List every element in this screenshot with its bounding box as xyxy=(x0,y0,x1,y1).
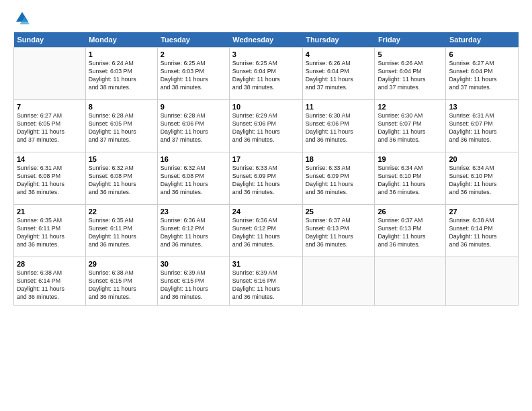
day-info: Sunrise: 6:35 AM Sunset: 6:11 PM Dayligh… xyxy=(17,217,83,249)
week-row-1: 7Sunrise: 6:27 AM Sunset: 6:05 PM Daylig… xyxy=(14,100,519,152)
day-number: 10 xyxy=(232,102,300,111)
header-monday: Monday xyxy=(85,32,157,48)
logo xyxy=(13,12,30,26)
day-info: Sunrise: 6:30 AM Sunset: 6:06 PM Dayligh… xyxy=(306,112,372,144)
week-row-2: 14Sunrise: 6:31 AM Sunset: 6:08 PM Dayli… xyxy=(14,152,519,205)
day-info: Sunrise: 6:24 AM Sunset: 6:03 PM Dayligh… xyxy=(89,60,154,92)
day-number: 20 xyxy=(449,154,515,164)
week-row-3: 21Sunrise: 6:35 AM Sunset: 6:11 PM Dayli… xyxy=(14,205,519,257)
calendar-cell: 30Sunrise: 6:39 AM Sunset: 6:15 PM Dayli… xyxy=(157,257,229,306)
day-info: Sunrise: 6:38 AM Sunset: 6:14 PM Dayligh… xyxy=(449,217,515,249)
day-number: 5 xyxy=(378,50,443,59)
calendar-cell xyxy=(302,257,375,306)
header-wednesday: Wednesday xyxy=(229,32,302,48)
day-number: 9 xyxy=(161,102,226,111)
calendar-page: SundayMondayTuesdayWednesdayThursdayFrid… xyxy=(0,0,532,411)
day-info: Sunrise: 6:32 AM Sunset: 6:08 PM Dayligh… xyxy=(161,165,226,197)
calendar-cell: 29Sunrise: 6:38 AM Sunset: 6:15 PM Dayli… xyxy=(85,257,157,306)
day-number: 17 xyxy=(232,154,300,164)
day-info: Sunrise: 6:25 AM Sunset: 6:04 PM Dayligh… xyxy=(232,60,300,92)
calendar-cell xyxy=(375,257,446,306)
day-number: 11 xyxy=(306,102,372,111)
day-info: Sunrise: 6:37 AM Sunset: 6:13 PM Dayligh… xyxy=(378,217,443,249)
day-info: Sunrise: 6:35 AM Sunset: 6:11 PM Dayligh… xyxy=(89,217,154,249)
day-info: Sunrise: 6:38 AM Sunset: 6:15 PM Dayligh… xyxy=(89,269,154,302)
day-info: Sunrise: 6:31 AM Sunset: 6:07 PM Dayligh… xyxy=(449,112,515,144)
day-info: Sunrise: 6:39 AM Sunset: 6:15 PM Dayligh… xyxy=(161,269,226,302)
calendar-cell: 17Sunrise: 6:33 AM Sunset: 6:09 PM Dayli… xyxy=(229,152,302,205)
day-info: Sunrise: 6:34 AM Sunset: 6:10 PM Dayligh… xyxy=(378,165,443,197)
calendar-cell: 19Sunrise: 6:34 AM Sunset: 6:10 PM Dayli… xyxy=(375,152,446,205)
calendar-cell: 20Sunrise: 6:34 AM Sunset: 6:10 PM Dayli… xyxy=(446,152,519,205)
header-saturday: Saturday xyxy=(446,32,519,48)
day-number: 25 xyxy=(306,207,372,216)
week-row-0: 1Sunrise: 6:24 AM Sunset: 6:03 PM Daylig… xyxy=(14,48,519,100)
calendar-cell: 24Sunrise: 6:36 AM Sunset: 6:12 PM Dayli… xyxy=(229,205,302,257)
day-info: Sunrise: 6:29 AM Sunset: 6:06 PM Dayligh… xyxy=(232,112,300,144)
calendar-cell: 27Sunrise: 6:38 AM Sunset: 6:14 PM Dayli… xyxy=(446,205,519,257)
calendar-cell: 12Sunrise: 6:30 AM Sunset: 6:07 PM Dayli… xyxy=(375,100,446,152)
day-number: 8 xyxy=(89,102,154,111)
day-info: Sunrise: 6:28 AM Sunset: 6:06 PM Dayligh… xyxy=(161,112,226,144)
day-number: 21 xyxy=(17,207,83,216)
calendar-table: SundayMondayTuesdayWednesdayThursdayFrid… xyxy=(13,32,519,306)
calendar-cell: 25Sunrise: 6:37 AM Sunset: 6:13 PM Dayli… xyxy=(302,205,375,257)
calendar-cell: 8Sunrise: 6:28 AM Sunset: 6:05 PM Daylig… xyxy=(85,100,157,152)
calendar-cell: 11Sunrise: 6:30 AM Sunset: 6:06 PM Dayli… xyxy=(302,100,375,152)
calendar-cell: 18Sunrise: 6:33 AM Sunset: 6:09 PM Dayli… xyxy=(302,152,375,205)
calendar-cell xyxy=(446,257,519,306)
header-row: SundayMondayTuesdayWednesdayThursdayFrid… xyxy=(14,32,519,48)
calendar-cell: 21Sunrise: 6:35 AM Sunset: 6:11 PM Dayli… xyxy=(14,205,86,257)
day-number: 18 xyxy=(306,154,372,164)
day-info: Sunrise: 6:39 AM Sunset: 6:16 PM Dayligh… xyxy=(232,269,300,302)
header-tuesday: Tuesday xyxy=(157,32,229,48)
day-info: Sunrise: 6:27 AM Sunset: 6:05 PM Dayligh… xyxy=(17,112,83,144)
header xyxy=(13,12,519,26)
day-number: 23 xyxy=(161,207,226,216)
week-row-4: 28Sunrise: 6:38 AM Sunset: 6:14 PM Dayli… xyxy=(14,257,519,306)
day-number: 27 xyxy=(449,207,515,216)
calendar-cell: 5Sunrise: 6:26 AM Sunset: 6:04 PM Daylig… xyxy=(375,48,446,100)
day-number: 3 xyxy=(232,50,300,59)
day-number: 29 xyxy=(89,259,154,269)
day-info: Sunrise: 6:33 AM Sunset: 6:09 PM Dayligh… xyxy=(232,165,300,197)
header-sunday: Sunday xyxy=(14,32,86,48)
day-info: Sunrise: 6:38 AM Sunset: 6:14 PM Dayligh… xyxy=(17,269,83,302)
calendar-cell: 10Sunrise: 6:29 AM Sunset: 6:06 PM Dayli… xyxy=(229,100,302,152)
logo-icon xyxy=(15,11,30,26)
day-info: Sunrise: 6:37 AM Sunset: 6:13 PM Dayligh… xyxy=(306,217,372,249)
calendar-cell: 14Sunrise: 6:31 AM Sunset: 6:08 PM Dayli… xyxy=(14,152,86,205)
day-info: Sunrise: 6:33 AM Sunset: 6:09 PM Dayligh… xyxy=(306,165,372,197)
day-number: 26 xyxy=(378,207,443,216)
day-info: Sunrise: 6:31 AM Sunset: 6:08 PM Dayligh… xyxy=(17,165,83,197)
day-number: 16 xyxy=(161,154,226,164)
calendar-cell: 6Sunrise: 6:27 AM Sunset: 6:04 PM Daylig… xyxy=(446,48,519,100)
day-info: Sunrise: 6:36 AM Sunset: 6:12 PM Dayligh… xyxy=(161,217,226,249)
day-info: Sunrise: 6:30 AM Sunset: 6:07 PM Dayligh… xyxy=(378,112,443,144)
day-info: Sunrise: 6:28 AM Sunset: 6:05 PM Dayligh… xyxy=(89,112,154,144)
day-number: 7 xyxy=(17,102,83,111)
calendar-cell: 23Sunrise: 6:36 AM Sunset: 6:12 PM Dayli… xyxy=(157,205,229,257)
calendar-cell: 16Sunrise: 6:32 AM Sunset: 6:08 PM Dayli… xyxy=(157,152,229,205)
calendar-cell: 7Sunrise: 6:27 AM Sunset: 6:05 PM Daylig… xyxy=(14,100,86,152)
calendar-cell: 2Sunrise: 6:25 AM Sunset: 6:03 PM Daylig… xyxy=(157,48,229,100)
day-number: 4 xyxy=(306,50,372,59)
day-number: 13 xyxy=(449,102,515,111)
day-number: 19 xyxy=(378,154,443,164)
calendar-cell: 26Sunrise: 6:37 AM Sunset: 6:13 PM Dayli… xyxy=(375,205,446,257)
calendar-cell: 28Sunrise: 6:38 AM Sunset: 6:14 PM Dayli… xyxy=(14,257,86,306)
day-info: Sunrise: 6:27 AM Sunset: 6:04 PM Dayligh… xyxy=(449,60,515,92)
header-thursday: Thursday xyxy=(302,32,375,48)
header-friday: Friday xyxy=(375,32,446,48)
day-info: Sunrise: 6:25 AM Sunset: 6:03 PM Dayligh… xyxy=(161,60,226,92)
day-info: Sunrise: 6:34 AM Sunset: 6:10 PM Dayligh… xyxy=(449,165,515,197)
calendar-cell: 3Sunrise: 6:25 AM Sunset: 6:04 PM Daylig… xyxy=(229,48,302,100)
day-number: 12 xyxy=(378,102,443,111)
day-info: Sunrise: 6:26 AM Sunset: 6:04 PM Dayligh… xyxy=(378,60,443,92)
day-info: Sunrise: 6:32 AM Sunset: 6:08 PM Dayligh… xyxy=(89,165,154,197)
day-number: 14 xyxy=(17,154,83,164)
calendar-cell: 1Sunrise: 6:24 AM Sunset: 6:03 PM Daylig… xyxy=(85,48,157,100)
day-number: 1 xyxy=(89,50,154,59)
day-number: 6 xyxy=(449,50,515,59)
day-number: 28 xyxy=(17,259,83,269)
